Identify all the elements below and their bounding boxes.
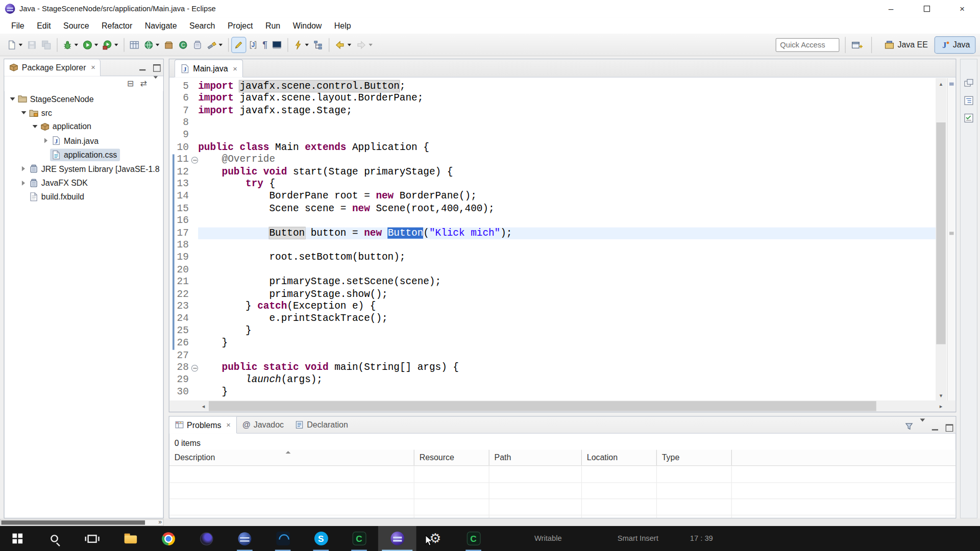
expand-arrow-icon[interactable]	[42, 138, 50, 143]
camtasia-icon[interactable]: C	[340, 526, 378, 551]
perspective-java-ee[interactable]: Java EE	[879, 37, 933, 53]
media-player-icon[interactable]	[187, 526, 226, 551]
dropdown-arrow-icon[interactable]	[94, 43, 98, 46]
code-line-15[interactable]: 15 Scene scene = new Scene(root,400,400)…	[169, 203, 937, 215]
type-hierarchy-icon[interactable]	[311, 37, 325, 52]
menu-run[interactable]: Run	[259, 21, 287, 30]
code-line-6[interactable]: 6import javafx.scene.layout.BorderPane;	[169, 92, 937, 105]
tree-item-build-fxbuild[interactable]: build.fxbuild	[5, 190, 163, 204]
filter-icon[interactable]	[905, 422, 913, 433]
column-header-path[interactable]: Path	[489, 450, 582, 466]
tree-item-main-java[interactable]: JMain.java	[5, 134, 163, 147]
close-icon[interactable]: ×	[91, 63, 95, 72]
new-wizard-icon[interactable]	[5, 37, 24, 52]
launch-server-icon[interactable]	[142, 37, 161, 52]
scroll-left-icon[interactable]: ◂	[198, 400, 209, 412]
code-line-9[interactable]: 9	[169, 129, 937, 141]
menu-file[interactable]: File	[5, 21, 31, 30]
code-line-14[interactable]: 14 BorderPane root = new BorderPane();	[169, 190, 937, 203]
dropdown-arrow-icon[interactable]	[369, 43, 373, 46]
code-line-28[interactable]: 28 public static void main(String[] args…	[169, 362, 937, 374]
outline-view-icon[interactable]	[964, 95, 974, 106]
maximize-view-icon[interactable]	[153, 64, 160, 71]
code-line-25[interactable]: 25 }	[169, 325, 937, 337]
horizontal-scrollbar[interactable]: ◂ ▸	[198, 400, 946, 412]
search-icon[interactable]	[35, 526, 74, 551]
menu-help[interactable]: Help	[328, 21, 357, 30]
skype-icon[interactable]: S	[302, 526, 340, 551]
code-line-8[interactable]: 8	[169, 117, 937, 129]
file-explorer-icon[interactable]	[111, 526, 150, 551]
new-class-icon[interactable]: C	[176, 37, 190, 52]
show-whitespace-icon[interactable]: ¶	[261, 37, 270, 52]
chrome-icon[interactable]	[150, 526, 188, 551]
code-line-13[interactable]: 13 try {	[169, 178, 937, 190]
code-line-19[interactable]: 19 root.setBottom(button);	[169, 252, 937, 264]
dark-app-icon[interactable]	[264, 526, 302, 551]
vertical-scrollbar[interactable]: ▴ ▾	[936, 78, 946, 400]
view-menu-icon[interactable]	[920, 422, 925, 433]
code-line-16[interactable]: 16	[169, 215, 937, 227]
vertical-scrollbar-thumb[interactable]	[936, 122, 945, 344]
javadoc-wizard-icon[interactable]: J	[246, 37, 260, 52]
fold-minus-icon[interactable]	[191, 154, 198, 166]
code-line-24[interactable]: 24 e.printStackTrace();	[169, 313, 937, 325]
scroll-down-icon[interactable]: ▾	[936, 390, 946, 400]
eclipse-installer-icon[interactable]	[226, 526, 264, 551]
close-icon[interactable]: ×	[233, 64, 237, 73]
minimize-button[interactable]: –	[873, 0, 909, 17]
dropdown-arrow-icon[interactable]	[156, 43, 159, 46]
dropdown-arrow-icon[interactable]	[114, 43, 118, 46]
perspective-java[interactable]: JJava	[935, 37, 975, 53]
dropdown-arrow-icon[interactable]	[348, 43, 351, 46]
code-line-29[interactable]: 29 launch(args);	[169, 374, 937, 386]
scroll-up-icon[interactable]: ▴	[936, 78, 946, 89]
code-line-10[interactable]: 10public class Main extends Application …	[169, 141, 937, 154]
column-header-resource[interactable]: Resource	[414, 450, 489, 466]
minimize-view-icon[interactable]	[139, 64, 146, 71]
menu-search[interactable]: Search	[183, 21, 222, 30]
problems-table-body[interactable]	[169, 466, 955, 518]
package-explorer-hscrollbar[interactable]: »	[0, 519, 164, 526]
maximize-button[interactable]	[909, 0, 944, 17]
tree-item-stagescenenode[interactable]: StageSceneNode	[5, 92, 163, 106]
menu-window[interactable]: Window	[286, 21, 328, 30]
start-button[interactable]	[0, 526, 35, 551]
open-search-icon[interactable]	[205, 37, 225, 52]
task-list-view-icon[interactable]	[964, 113, 974, 123]
column-header-location[interactable]: Location	[582, 450, 657, 466]
expand-arrow-icon[interactable]	[19, 180, 28, 185]
quick-access-box[interactable]: Quick Access	[776, 38, 840, 52]
fold-minus-icon[interactable]	[191, 362, 198, 374]
external-tools-icon[interactable]	[101, 37, 120, 52]
menu-edit[interactable]: Edit	[31, 21, 57, 30]
code-line-30[interactable]: 30 }	[169, 386, 937, 398]
code-line-21[interactable]: 21 primaryStage.setScene(scene);	[169, 276, 937, 288]
settings-gear-icon[interactable]: ⚙	[416, 526, 455, 551]
back-icon[interactable]	[333, 37, 353, 52]
code-line-27[interactable]: 27	[169, 349, 937, 362]
expand-arrow-icon[interactable]	[19, 166, 28, 171]
tree-item-application-css[interactable]: application.css	[5, 148, 163, 162]
code-line-18[interactable]: 18	[169, 239, 937, 252]
open-perspective-icon[interactable]	[851, 40, 863, 50]
tab-problems[interactable]: Problems×	[169, 417, 237, 434]
close-icon[interactable]: ×	[226, 420, 231, 429]
mark-occurrences-icon[interactable]	[232, 37, 246, 52]
run-icon[interactable]	[81, 37, 100, 52]
column-header-description[interactable]: Description	[169, 450, 414, 466]
tree-item-javafx-sdk[interactable]: JavaFX SDK	[5, 176, 163, 190]
code-line-20[interactable]: 20	[169, 264, 937, 276]
tree-item-jre-system-library-javase-1-8[interactable]: JRE System Library [JavaSE-1.8	[5, 162, 163, 176]
tab-package-explorer[interactable]: Package Explorer ×	[5, 59, 101, 76]
new-project-icon[interactable]	[128, 37, 141, 52]
code-line-12[interactable]: 12 public void start(Stage primaryStage)…	[169, 166, 937, 178]
dropdown-arrow-icon[interactable]	[305, 43, 309, 46]
debug-icon[interactable]	[61, 37, 80, 52]
tree-item-application[interactable]: application	[5, 120, 163, 134]
menu-navigate[interactable]: Navigate	[138, 21, 183, 30]
code-editor[interactable]: 4import javafx.scene.Scene;5import javaf…	[169, 78, 955, 400]
close-button[interactable]: ×	[944, 0, 980, 17]
package-explorer-hscroll-thumb[interactable]	[1, 520, 145, 525]
tab-javadoc[interactable]: @Javadoc	[237, 416, 289, 433]
